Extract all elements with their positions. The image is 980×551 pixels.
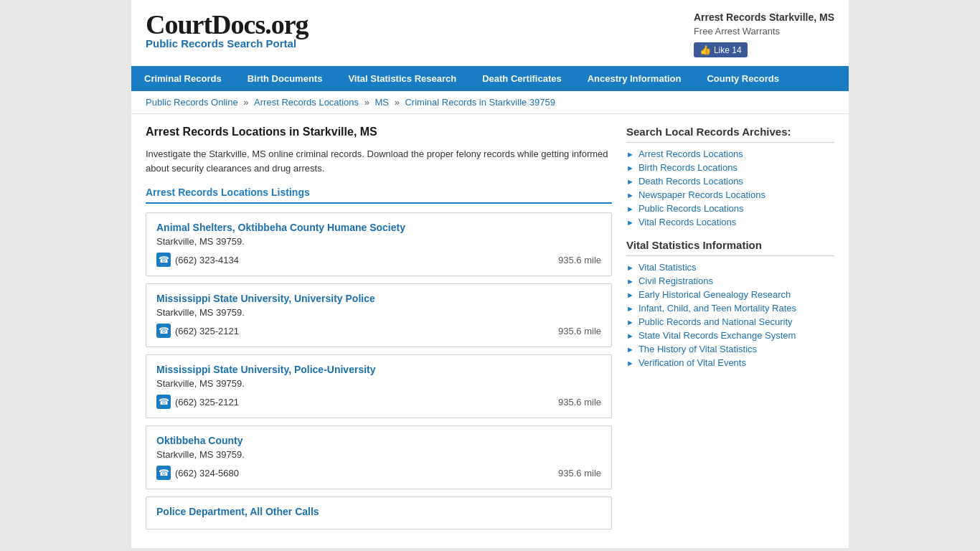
listing-card: Oktibbeha County Starkville, MS 39759. ☎… (146, 425, 612, 489)
header-right: Arrest Records Starkville, MS Free Arres… (694, 11, 834, 57)
listing-address: Starkville, MS 39759. (156, 378, 601, 389)
arrow-icon: ► (626, 218, 634, 227)
listing-card: Mississippi State University, Police-Uni… (146, 354, 612, 418)
listing-phone: ☎ (662) 323-4134 (156, 253, 239, 267)
phone-number: (662) 323-4134 (175, 255, 239, 265)
arrow-icon: ► (626, 150, 634, 159)
listing-address: Starkville, MS 39759. (156, 449, 601, 460)
breadcrumb-sep3: » (395, 97, 402, 108)
arrow-icon: ► (626, 345, 634, 354)
sidebar-link-history-vital[interactable]: The History of Vital Statistics (639, 344, 757, 354)
phone-icon: ☎ (156, 466, 171, 480)
listing-name[interactable]: Animal Shelters, Oktibbeha County Humane… (156, 222, 601, 233)
listing-name[interactable]: Police Department, All Other Calls (156, 506, 601, 517)
sidebar-link-mortality[interactable]: Infant, Child, and Teen Mortality Rates (639, 303, 796, 314)
arrow-icon: ► (626, 277, 634, 286)
sidebar-vital-title: Vital Statistics Information (626, 239, 834, 256)
arrow-icon: ► (626, 304, 634, 313)
breadcrumb: Public Records Online » Arrest Records L… (131, 91, 849, 114)
list-item: ► Civil Registrations (626, 276, 834, 286)
free-warrants-link[interactable]: Free Arrest Warrants (694, 26, 834, 37)
list-item: ► Verification of Vital Events (626, 357, 834, 368)
listing-card: Animal Shelters, Oktibbeha County Humane… (146, 212, 612, 276)
sidebar-archive-links: ► Arrest Records Locations ► Birth Recor… (626, 149, 834, 227)
arrow-icon: ► (626, 318, 634, 326)
phone-icon: ☎ (156, 253, 171, 267)
breadcrumb-sep1: » (243, 97, 251, 108)
sidebar-link-vital-stats[interactable]: Vital Statistics (639, 262, 697, 273)
list-item: ► Newspaper Records Locations (626, 189, 834, 200)
nav-ancestry[interactable]: Ancestry Information (575, 66, 694, 91)
listing-name[interactable]: Mississippi State University, Police-Uni… (156, 364, 601, 375)
breadcrumb-home[interactable]: Public Records Online (146, 97, 238, 108)
breadcrumb-current[interactable]: Criminal Records in Starkville 39759 (405, 97, 555, 108)
nav-death-certificates[interactable]: Death Certificates (469, 66, 575, 91)
listing-phone: ☎ (662) 325-2121 (156, 324, 239, 338)
list-item: ► Vital Records Locations (626, 217, 834, 227)
sidebar-link-newspaper[interactable]: Newspaper Records Locations (639, 189, 765, 200)
phone-icon: ☎ (156, 324, 171, 338)
header: CourtDocs.org Public Records Search Port… (131, 0, 849, 66)
listing-phone-row: ☎ (662) 324-5680 935.6 mile (156, 466, 601, 480)
sidebar-link-national-security[interactable]: Public Records and National Security (639, 316, 793, 327)
list-item: ► Early Historical Genealogy Research (626, 289, 834, 300)
breadcrumb-sep2: » (364, 97, 372, 108)
arrow-icon: ► (626, 177, 634, 186)
arrow-icon: ► (626, 359, 634, 367)
listing-distance: 935.6 mile (558, 397, 601, 408)
sidebar-link-vital-records[interactable]: Vital Records Locations (639, 217, 736, 227)
sidebar-link-verification[interactable]: Verification of Vital Events (639, 357, 746, 368)
sidebar-archives-title: Search Local Records Archives: (626, 126, 834, 143)
listing-name[interactable]: Oktibbeha County (156, 435, 601, 446)
listing-distance: 935.6 mile (558, 326, 601, 336)
list-item: ► Public Records Locations (626, 203, 834, 214)
listing-address: Starkville, MS 39759. (156, 307, 601, 318)
listing-name[interactable]: Mississippi State University, University… (156, 293, 601, 304)
phone-icon: ☎ (156, 395, 171, 409)
fb-like-label: Like (714, 45, 730, 55)
arrow-icon: ► (626, 291, 634, 299)
breadcrumb-ms[interactable]: MS (375, 97, 390, 108)
arrow-icon: ► (626, 204, 634, 213)
listing-phone-row: ☎ (662) 325-2121 935.6 mile (156, 395, 601, 409)
listing-phone: ☎ (662) 324-5680 (156, 466, 239, 480)
list-item: ► State Vital Records Exchange System (626, 330, 834, 341)
listing-phone: ☎ (662) 325-2121 (156, 395, 239, 409)
listings-header: Arrest Records Locations Listings (146, 187, 612, 204)
nav-birth-documents[interactable]: Birth Documents (235, 66, 336, 91)
list-item: ► Public Records and National Security (626, 316, 834, 327)
breadcrumb-arrest[interactable]: Arrest Records Locations (254, 97, 359, 108)
sidebar-link-death[interactable]: Death Records Locations (639, 176, 743, 187)
nav-bar: Criminal Records Birth Documents Vital S… (131, 66, 849, 91)
sidebar-link-public[interactable]: Public Records Locations (639, 203, 744, 214)
left-column: Arrest Records Locations in Starkville, … (146, 126, 612, 537)
sidebar-link-arrest[interactable]: Arrest Records Locations (639, 149, 743, 159)
list-item: ► Death Records Locations (626, 176, 834, 187)
nav-criminal-records[interactable]: Criminal Records (131, 66, 235, 91)
arrow-icon: ► (626, 331, 634, 340)
logo-area: CourtDocs.org Public Records Search Port… (146, 9, 308, 50)
main-content: Arrest Records Locations in Starkville, … (131, 114, 849, 548)
nav-vital-statistics[interactable]: Vital Statistics Research (335, 66, 469, 91)
logo[interactable]: CourtDocs.org (146, 9, 308, 40)
page-description: Investigate the Starkville, MS online cr… (146, 147, 612, 175)
list-item: ► Birth Records Locations (626, 162, 834, 173)
sidebar-link-birth[interactable]: Birth Records Locations (639, 162, 738, 173)
sidebar-link-genealogy[interactable]: Early Historical Genealogy Research (639, 289, 791, 300)
phone-number: (662) 325-2121 (175, 397, 239, 408)
sidebar-link-civil-reg[interactable]: Civil Registrations (639, 276, 713, 286)
facebook-like-button[interactable]: 👍 Like 14 (694, 42, 748, 57)
listing-address: Starkville, MS 39759. (156, 236, 601, 247)
sidebar-vital: Vital Statistics Information ► Vital Sta… (626, 239, 834, 368)
thumbs-up-icon: 👍 (699, 44, 711, 55)
list-item: ► Vital Statistics (626, 262, 834, 273)
list-item: ► Arrest Records Locations (626, 149, 834, 159)
right-column: Search Local Records Archives: ► Arrest … (626, 126, 834, 537)
list-item: ► The History of Vital Statistics (626, 344, 834, 354)
listing-card: Police Department, All Other Calls (146, 496, 612, 529)
nav-county-records[interactable]: County Records (694, 66, 791, 91)
listing-phone-row: ☎ (662) 325-2121 935.6 mile (156, 324, 601, 338)
arrow-icon: ► (626, 263, 634, 272)
sidebar-link-exchange-system[interactable]: State Vital Records Exchange System (639, 330, 796, 341)
listing-distance: 935.6 mile (558, 255, 601, 265)
